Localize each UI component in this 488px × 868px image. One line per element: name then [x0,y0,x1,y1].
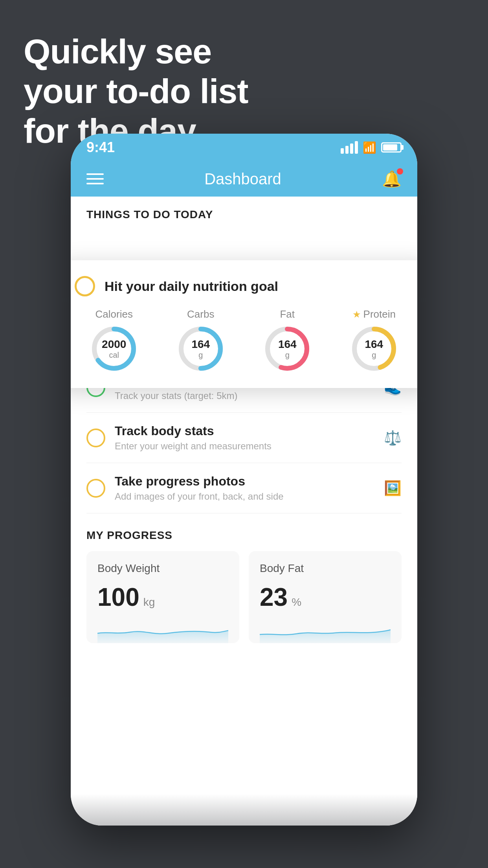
nutrition-card: Hit your daily nutrition goal Calories [71,260,417,388]
carbs-label: Carbs [187,308,214,320]
body-stats-text: Track body stats Enter your weight and m… [115,424,374,452]
status-bar: 9:41 📶 [71,134,417,161]
body-weight-unit: kg [143,596,155,609]
todo-item-body-stats[interactable]: Track body stats Enter your weight and m… [86,413,402,463]
scale-icon: ⚖️ [384,430,402,446]
progress-cards: Body Weight 100 kg [86,551,402,643]
hero-text: Quickly see your to-do list for the day. [24,31,248,151]
header-title: Dashboard [204,170,281,188]
body-weight-value: 100 kg [97,583,228,612]
calories-value: 2000 [102,338,126,351]
body-stats-circle [86,428,105,447]
body-weight-number: 100 [97,583,139,612]
protein-label: ★ Protein [352,308,396,320]
body-fat-card[interactable]: Body Fat 23 % [249,551,402,643]
progress-label: MY PROGRESS [86,529,402,542]
body-fat-value: 23 % [260,583,391,612]
fat-ring: 164 g [264,325,311,372]
carbs-ring: 164 g [177,325,224,372]
star-icon: ★ [352,309,361,320]
body-weight-card-title: Body Weight [97,562,228,575]
body-fat-number: 23 [260,583,288,612]
body-fat-card-title: Body Fat [260,562,391,575]
carbs-item: Carbs 164 g [177,308,224,372]
fat-label: Fat [280,308,295,320]
notification-dot [397,168,403,175]
running-subtitle: Track your stats (target: 5km) [115,390,374,401]
dark-overlay [71,794,417,826]
body-fat-unit: % [292,596,301,609]
photos-title: Take progress photos [115,474,374,489]
signal-icon [341,141,358,154]
hero-line2: your to-do list [24,71,248,111]
photos-circle [86,479,105,498]
battery-icon [381,142,402,153]
fat-item: Fat 164 g [264,308,311,372]
fat-value: 164 [278,338,297,351]
app-header: Dashboard 🔔 [71,161,417,197]
carbs-unit: g [191,350,210,359]
body-fat-chart [260,620,391,643]
phone-content: THINGS TO DO TODAY Hit your daily nutrit… [71,197,417,826]
photo-icon: 🖼️ [384,480,402,497]
protein-value: 164 [365,338,383,351]
phone-mockup: 9:41 📶 Dashboard 🔔 THINGS TO DO TODAY [71,134,417,826]
nutrition-card-title: Hit your daily nutrition goal [105,279,278,294]
fat-unit: g [278,350,297,359]
photos-text: Take progress photos Add images of your … [115,474,374,502]
card-header: Hit your daily nutrition goal [75,276,413,296]
body-stats-title: Track body stats [115,424,374,438]
status-time: 9:41 [86,139,115,156]
carbs-value: 164 [191,338,210,351]
status-icons: 📶 [341,141,402,154]
calories-item: Calories 2000 cal [90,308,138,372]
photos-subtitle: Add images of your front, back, and side [115,491,374,502]
calories-unit: cal [102,350,126,359]
body-weight-chart [97,620,228,643]
nutrition-goal-circle [75,276,95,296]
nutrition-row: Calories 2000 cal [75,308,413,372]
progress-section: MY PROGRESS Body Weight 100 kg [71,513,417,643]
protein-item: ★ Protein 164 g [350,308,398,372]
body-weight-card[interactable]: Body Weight 100 kg [86,551,239,643]
calories-ring: 2000 cal [90,325,138,372]
wifi-icon: 📶 [363,141,376,154]
hamburger-menu-button[interactable] [86,173,104,184]
calories-label: Calories [95,308,133,320]
todo-item-photos[interactable]: Take progress photos Add images of your … [86,463,402,513]
protein-unit: g [365,350,383,359]
body-stats-subtitle: Enter your weight and measurements [115,441,374,452]
protein-ring: 164 g [350,325,398,372]
hero-line1: Quickly see [24,31,248,71]
section-label: THINGS TO DO TODAY [71,197,417,229]
notification-bell-button[interactable]: 🔔 [382,170,402,188]
